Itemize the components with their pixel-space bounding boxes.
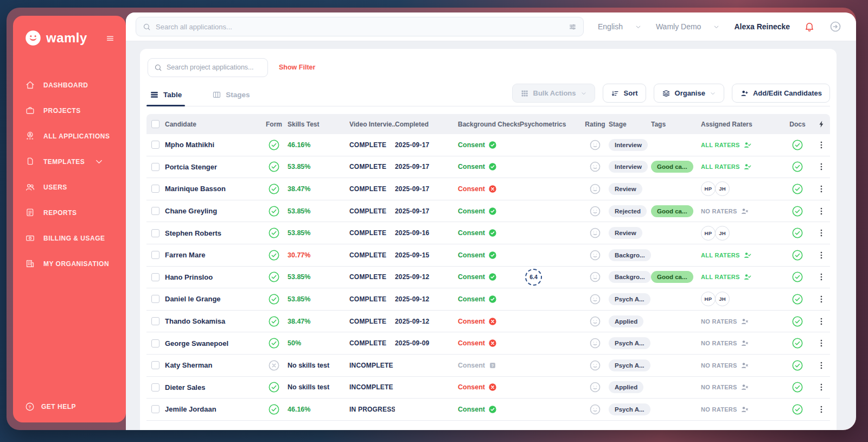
person-x-icon [741,383,749,392]
show-filter-link[interactable]: Show Filter [279,64,315,71]
row-checkbox[interactable] [151,405,159,413]
add-edit-candidates-button[interactable]: Add/Edit Candidates [732,84,830,103]
candidate-name: Portcia Stenger [165,163,217,171]
row-menu-icon[interactable] [816,228,826,238]
hamburger-menu-icon[interactable] [105,33,115,43]
sidebar-item-my-organisation[interactable]: MY ORGANISATION [13,251,126,276]
rater-avatar[interactable]: HP [701,292,716,306]
organise-button[interactable]: Organise [654,84,724,103]
filter-sliders-icon[interactable] [569,23,577,31]
row-menu-icon[interactable] [816,162,826,172]
consent-label: Consent [458,207,485,215]
rating-smiley-icon[interactable] [589,227,601,239]
rating-smiley-icon[interactable] [589,293,601,305]
rating-smiley-icon[interactable] [589,183,601,195]
rating-smiley-icon[interactable] [589,161,601,173]
rater-avatar[interactable]: JH [715,226,730,241]
table-row[interactable]: Thando Sokamisa38.47%COMPLETE2025-09-12C… [146,311,830,333]
rater-avatar[interactable]: HP [701,226,716,241]
sidebar-item-billing-usage[interactable]: BILLING & USAGE [13,225,126,251]
row-menu-icon[interactable] [816,206,826,216]
row-checkbox[interactable] [151,295,159,303]
table-row[interactable]: Katy ShermanNo skills testINCOMPLETECons… [146,355,830,377]
row-checkbox[interactable] [151,361,159,369]
assigned-raters: NO RATERS [701,361,749,370]
row-menu-icon[interactable] [816,361,826,370]
sidebar-item-users[interactable]: USERS [13,174,126,200]
global-search[interactable] [136,17,584,36]
report-icon [25,207,35,218]
consent-no-icon [488,317,497,326]
rating-smiley-icon[interactable] [589,315,601,327]
form-complete-icon [268,249,280,261]
row-checkbox[interactable] [151,273,159,281]
row-checkbox[interactable] [151,141,159,149]
video-interview-status: COMPLETE [349,295,386,303]
rating-smiley-icon[interactable] [589,337,601,349]
language-dropdown[interactable]: English [598,22,642,31]
table-row[interactable]: Portcia Stenger53.85%COMPLETE2025-09-17C… [146,156,830,179]
table-row[interactable]: Hano Prinsloo53.85%COMPLETE2025-09-12Con… [146,267,830,289]
row-checkbox[interactable] [151,317,159,325]
select-all-checkbox[interactable] [151,120,159,128]
rating-smiley-icon[interactable] [589,381,601,393]
rater-avatar[interactable]: JH [715,292,730,306]
row-menu-icon[interactable] [816,338,826,348]
project-search[interactable] [148,58,268,77]
rating-smiley-icon[interactable] [589,139,601,151]
notifications-bell-icon[interactable] [804,21,815,32]
rating-smiley-icon[interactable] [589,249,601,261]
sidebar-item-dashboard[interactable]: DASHBOARD [13,72,126,98]
rating-smiley-icon[interactable] [589,271,601,283]
row-menu-icon[interactable] [816,272,826,282]
row-checkbox[interactable] [151,251,159,259]
row-checkbox[interactable] [151,185,159,193]
row-menu-icon[interactable] [816,250,826,260]
consent-label: Consent [458,273,485,281]
table-row[interactable]: Farren Mare30.77%COMPLETE2025-09-15Conse… [146,244,830,267]
tab-stages[interactable]: Stages [209,84,253,106]
row-checkbox[interactable] [151,339,159,348]
sidebar-item-templates[interactable]: TEMPLATES [13,149,126,174]
sort-button[interactable]: Sort [603,84,646,103]
table-row[interactable]: George Swanepoel50%COMPLETE2025-09-09Con… [146,332,830,355]
rating-smiley-icon[interactable] [589,205,601,217]
table-row[interactable]: Chane Greyling53.85%COMPLETE2025-09-17Co… [146,200,830,223]
workspace-dropdown[interactable]: Wamly Demo [656,22,720,31]
completed-date: 2025-09-17 [395,163,429,171]
logout-icon[interactable] [829,20,842,33]
no-raters-label: NO RATERS [701,318,737,325]
rater-avatar[interactable]: HP [701,181,716,196]
table-row[interactable]: Mpho Mathikhi46.16%COMPLETE2025-09-17Con… [146,134,830,156]
sidebar-item-all-applications[interactable]: ★★★ALL APPLICATIONS [13,123,126,149]
table-row[interactable]: Jemile Jordaan46.16%IN PROGRESSConsentPs… [146,399,830,421]
global-search-input[interactable] [156,23,564,31]
project-search-input[interactable] [167,64,261,71]
row-menu-icon[interactable] [816,382,826,392]
bulk-actions-button[interactable]: Bulk Actions [512,84,595,103]
video-interview-status: COMPLETE [349,141,386,149]
row-checkbox[interactable] [151,229,159,237]
row-checkbox[interactable] [151,163,159,171]
tab-table[interactable]: Table [146,84,185,106]
person-check-icon [743,273,752,281]
row-checkbox[interactable] [151,383,159,392]
table-row[interactable]: Marinique Basson38.47%COMPLETE2025-09-17… [146,178,830,200]
row-menu-icon[interactable] [816,140,826,150]
no-raters-label: NO RATERS [701,340,737,346]
row-menu-icon[interactable] [816,317,826,326]
row-menu-icon[interactable] [816,405,826,414]
row-menu-icon[interactable] [816,184,826,194]
table-row[interactable]: Dieter SalesNo skills testINCOMPLETECons… [146,377,830,399]
row-menu-icon[interactable] [816,294,826,304]
rater-avatar[interactable]: JH [715,181,730,196]
sidebar-item-get-help[interactable]: ? GET HELP [25,402,76,412]
rating-smiley-icon[interactable] [589,359,601,371]
table-row[interactable]: Daniel le Grange53.85%COMPLETE2025-09-12… [146,288,830,311]
row-checkbox[interactable] [151,207,159,215]
table-row[interactable]: Stephen Roberts53.85%COMPLETE2025-09-16C… [146,222,830,244]
rating-smiley-icon[interactable] [589,403,601,415]
sidebar-item-projects[interactable]: PROJECTS [13,98,126,123]
sidebar-item-reports[interactable]: REPORTS [13,200,126,225]
lightning-icon[interactable] [818,120,826,128]
